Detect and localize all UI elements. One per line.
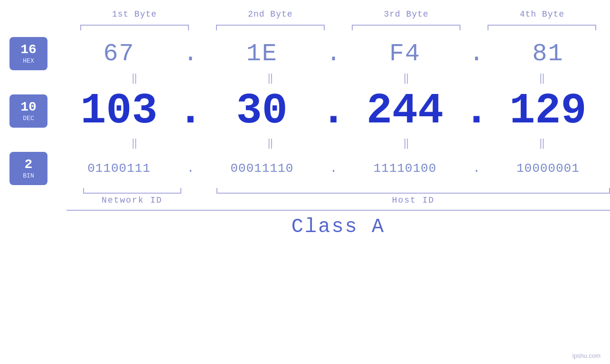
equals-sign-1: ‖ <box>131 74 138 84</box>
bin-dot-text-3: . <box>473 161 480 176</box>
dec-dot-1: . <box>181 87 200 135</box>
class-section: Class A <box>0 210 610 238</box>
top-bracket-1 <box>66 23 202 32</box>
equals-cell-2: ‖ <box>202 74 338 84</box>
dec-text-1: 103 <box>81 87 158 135</box>
dec-val-1: 103 <box>57 87 181 135</box>
network-bracket-shape <box>83 188 181 194</box>
equals-sign-5: ‖ <box>131 139 138 149</box>
dec-text-4: 129 <box>509 87 586 135</box>
equals-sign-8: ‖ <box>539 139 545 149</box>
bottom-brackets-section: Network ID Host ID <box>0 185 610 205</box>
network-id-label: Network ID <box>66 196 197 205</box>
bin-val-4: 10000001 <box>486 161 610 176</box>
byte-labels-row: 1st Byte 2nd Byte 3rd Byte 4th Byte <box>0 9 610 19</box>
host-id-label: Host ID <box>216 196 610 205</box>
bin-values: 01100111 . 00011110 . 11110100 . 1000000… <box>57 161 610 176</box>
hex-dot-1: . <box>181 40 200 68</box>
class-label-row: Class A <box>66 215 610 238</box>
equals-sign-2: ‖ <box>267 74 273 84</box>
bin-val-3: 11110100 <box>343 161 467 176</box>
equals-cell-5: ‖ <box>66 139 202 149</box>
hex-dot-2: . <box>324 40 343 68</box>
dec-val-2: 30 <box>200 87 324 135</box>
equals-cell-7: ‖ <box>338 139 474 149</box>
top-bracket-shape-3 <box>352 25 460 30</box>
bin-val-2: 00011110 <box>200 161 324 176</box>
equals-cell-8: ‖ <box>474 139 610 149</box>
hex-dot-text-1: . <box>183 40 198 68</box>
bracket-dot-spacer-1 <box>197 185 216 194</box>
hex-row: 16 HEX 67 . 1E . F4 . 81 <box>0 37 610 70</box>
top-bracket-shape-4 <box>488 25 596 30</box>
watermark: ipshu.com <box>572 352 601 359</box>
byte-label-3: 3rd Byte <box>338 9 474 19</box>
dec-badge-number: 10 <box>20 100 37 115</box>
hex-val-3: F4 <box>343 40 467 68</box>
dec-badge-label: DEC <box>23 115 34 122</box>
hex-badge-label: HEX <box>23 57 34 65</box>
dec-dot-text-3: . <box>464 87 489 135</box>
equals-sign-6: ‖ <box>267 139 273 149</box>
bin-badge-number: 2 <box>25 158 33 172</box>
hex-text-1: 67 <box>103 40 134 68</box>
top-bracket-4 <box>474 23 610 32</box>
bin-dot-3: . <box>467 161 486 176</box>
bin-dot-2: . <box>324 161 343 176</box>
equals-cell-4: ‖ <box>474 74 610 84</box>
equals-row-2: ‖ ‖ ‖ ‖ <box>0 135 610 152</box>
class-a-label: Class A <box>291 215 385 238</box>
network-bracket-wrap <box>66 185 197 194</box>
hex-dot-text-2: . <box>326 40 341 68</box>
equals-sign-7: ‖ <box>403 139 409 149</box>
hex-val-2: 1E <box>200 40 324 68</box>
dec-badge: 10 DEC <box>9 94 47 128</box>
bottom-brackets-flex <box>66 185 610 194</box>
dec-val-4: 129 <box>486 87 610 135</box>
top-brackets-row <box>0 23 610 32</box>
equals-cell-6: ‖ <box>202 139 338 149</box>
hex-val-1: 67 <box>57 40 181 68</box>
bin-text-2: 00011110 <box>230 161 293 176</box>
top-bracket-shape-1 <box>80 25 189 30</box>
bin-badge-label: BIN <box>23 172 34 179</box>
hex-text-4: 81 <box>532 40 563 68</box>
dec-text-2: 30 <box>236 87 288 135</box>
dec-val-3: 244 <box>343 87 467 135</box>
bin-val-1: 01100111 <box>57 161 181 176</box>
hex-badge-number: 16 <box>20 43 37 57</box>
dec-dot-2: . <box>324 87 343 135</box>
dec-dot-text-2: . <box>321 87 347 135</box>
hex-values: 67 . 1E . F4 . 81 <box>57 40 610 68</box>
dec-dot-3: . <box>467 87 486 135</box>
bin-dot-1: . <box>181 161 200 176</box>
host-bracket-shape <box>216 188 610 194</box>
top-bracket-2 <box>202 23 338 32</box>
dec-values: 103 . 30 . 244 . 129 <box>57 87 610 135</box>
equals-cell-1: ‖ <box>66 74 202 84</box>
dot-spacer-label <box>197 196 216 205</box>
id-labels-row: Network ID Host ID <box>66 196 610 205</box>
host-bracket-wrap <box>216 185 610 194</box>
hex-val-4: 81 <box>486 40 610 68</box>
top-bracket-shape-2 <box>216 25 325 30</box>
bin-text-4: 10000001 <box>516 161 580 176</box>
bin-row: 2 BIN 01100111 . 00011110 . 11110100 . <box>0 152 610 185</box>
dec-text-3: 244 <box>366 87 443 135</box>
hex-text-3: F4 <box>389 40 421 68</box>
bin-dot-text-2: . <box>330 161 338 176</box>
hex-dot-3: . <box>467 40 486 68</box>
dec-dot-text-1: . <box>178 87 203 135</box>
equals-cell-3: ‖ <box>338 74 474 84</box>
byte-label-1: 1st Byte <box>66 9 202 19</box>
byte-label-2: 2nd Byte <box>202 9 338 19</box>
dec-row: 10 DEC 103 . 30 . 244 . 129 <box>0 87 610 135</box>
bin-dot-text-1: . <box>187 161 194 176</box>
hex-text-2: 1E <box>246 40 278 68</box>
main-container: 1st Byte 2nd Byte 3rd Byte 4th Byte 16 H… <box>0 0 610 364</box>
equals-row-1: ‖ ‖ ‖ ‖ <box>0 70 610 87</box>
hex-dot-text-3: . <box>469 40 484 68</box>
bin-text-1: 01100111 <box>87 161 150 176</box>
bin-text-3: 11110100 <box>374 161 437 176</box>
byte-label-4: 4th Byte <box>474 9 610 19</box>
